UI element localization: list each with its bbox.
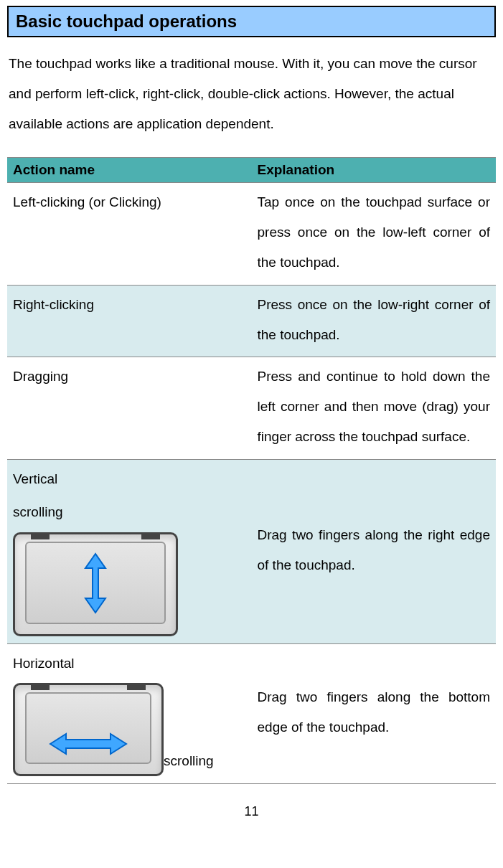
table-row: Horizontal <box>7 644 496 784</box>
actions-table: Action name Explanation Left-clicking (o… <box>7 157 496 784</box>
intro-paragraph: The touchpad works like a traditional mo… <box>9 49 494 138</box>
action-label-line1: Horizontal <box>13 648 246 679</box>
cell-action-name: Right-clicking <box>7 285 252 357</box>
cell-action-name: Horizontal <box>7 644 252 784</box>
touchpad-horizontal-scroll-illustration <box>13 683 164 776</box>
action-label-line2: scrolling <box>164 746 214 776</box>
header-explanation: Explanation <box>252 158 497 183</box>
section-heading: Basic touchpad operations <box>7 6 496 37</box>
table-row: Left-clicking (or Clicking) Tap once on … <box>7 183 496 285</box>
action-label-line1: Vertical <box>13 464 246 494</box>
cell-explanation: Press and continue to hold down the left… <box>252 357 497 459</box>
cell-explanation: Drag two fingers along the bottom edge o… <box>252 644 497 784</box>
cell-action-name: Left-clicking (or Clicking) <box>7 183 252 285</box>
svg-marker-0 <box>85 554 105 613</box>
page: Basic touchpad operations The touchpad w… <box>0 0 503 834</box>
cell-explanation: Press once on the low-right corner of th… <box>252 285 497 357</box>
cell-explanation: Drag two fingers along the right edge of… <box>252 459 497 644</box>
table-row: Dragging Press and continue to hold down… <box>7 357 496 459</box>
svg-marker-1 <box>50 734 126 754</box>
vertical-arrows-icon <box>78 552 113 614</box>
page-number: 11 <box>7 804 496 819</box>
cell-explanation: Tap once on the touchpad surface or pres… <box>252 183 497 285</box>
cell-action-name: Dragging <box>7 357 252 459</box>
header-action-name: Action name <box>7 158 252 183</box>
horizontal-arrows-icon <box>49 730 128 758</box>
touchpad-vertical-scroll-illustration <box>13 532 246 636</box>
table-row: Vertical scrolling <box>7 459 496 644</box>
table-row: Right-clicking Press once on the low-rig… <box>7 285 496 357</box>
cell-action-name: Vertical scrolling <box>7 459 252 644</box>
table-header-row: Action name Explanation <box>7 158 496 183</box>
action-label-line2: scrolling <box>13 497 246 527</box>
